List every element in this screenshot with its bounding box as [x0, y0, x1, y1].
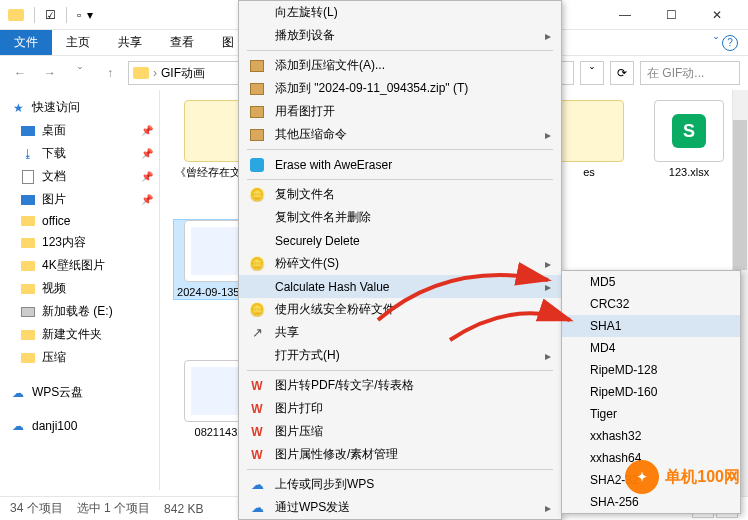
sidebar-item-快速访问[interactable]: ★快速访问	[0, 96, 159, 119]
sidebar-nav: ★快速访问桌面📌⭳下载📌文档📌图片📌office123内容4K壁纸图片视频新加载…	[0, 90, 160, 490]
menu-item-[interactable]: ↗共享	[239, 321, 561, 344]
submenu-item-label: Tiger	[590, 407, 617, 421]
menu-item-SecurelyDelete[interactable]: Securely Delete	[239, 229, 561, 252]
menu-item-L[interactable]: 向左旋转(L)	[239, 1, 561, 24]
search-input[interactable]: 在 GIF动...	[640, 61, 740, 85]
menu-item-ErasewithAweEraser[interactable]: Erase with AweEraser	[239, 153, 561, 176]
menu-item-S[interactable]: 🪙粉碎文件(S)▸	[239, 252, 561, 275]
menu-item-[interactable]: 🪙使用火绒安全粉碎文件▸	[239, 298, 561, 321]
breadcrumb-current[interactable]: GIF动画	[161, 65, 205, 82]
menu-item-label: 图片属性修改/素材管理	[275, 446, 398, 463]
tab-file[interactable]: 文件	[0, 30, 52, 55]
close-button[interactable]: ✕	[694, 0, 740, 30]
context-menu: 向左旋转(L)播放到设备▸添加到压缩文件(A)...添加到 "2024-09-1…	[238, 0, 562, 520]
sidebar-item-123内容[interactable]: 123内容	[0, 231, 159, 254]
submenu-item-RipeMD-160[interactable]: RipeMD-160	[562, 381, 740, 403]
chevron-right-icon: ▸	[545, 501, 551, 515]
sidebar-item-压缩[interactable]: 压缩	[0, 346, 159, 369]
scrollbar-thumb[interactable]	[733, 120, 747, 270]
wps-icon: W	[247, 377, 267, 395]
sidebar-item-4K壁纸图片[interactable]: 4K壁纸图片	[0, 254, 159, 277]
tab-home[interactable]: 主页	[52, 30, 104, 55]
folder2-icon	[20, 328, 36, 342]
menu-item-label: 打开方式(H)	[275, 347, 340, 364]
submenu-item-SHA-256[interactable]: SHA-256	[562, 491, 740, 513]
sidebar-item-桌面[interactable]: 桌面📌	[0, 119, 159, 142]
menu-item-WPS[interactable]: ☁通过WPS发送▸	[239, 496, 561, 519]
save-icon[interactable]: ▫	[77, 8, 81, 22]
menu-item-WPS[interactable]: ☁上传或同步到WPS	[239, 473, 561, 496]
menu-item-label: 用看图打开	[275, 103, 335, 120]
submenu-item-RipeMD-128[interactable]: RipeMD-128	[562, 359, 740, 381]
down-icon: ⭳	[20, 147, 36, 161]
submenu-item-CRC32[interactable]: CRC32	[562, 293, 740, 315]
menu-item-[interactable]: 其他压缩命令▸	[239, 123, 561, 146]
file-item[interactable]: S123.xlsx	[644, 100, 734, 179]
sidebar-item-图片[interactable]: 图片📌	[0, 188, 159, 211]
submenu-item-label: RipeMD-160	[590, 385, 657, 399]
menu-item-label: 图片压缩	[275, 423, 323, 440]
sidebar-item-文档[interactable]: 文档📌	[0, 165, 159, 188]
menu-item-label: Erase with AweEraser	[275, 158, 392, 172]
menu-item-[interactable]: 播放到设备▸	[239, 24, 561, 47]
file-label: 123.xlsx	[669, 166, 709, 179]
pic-icon	[20, 193, 36, 207]
back-button[interactable]: ←	[8, 61, 32, 85]
coin-icon: 🪙	[247, 255, 267, 273]
menu-item-[interactable]: W图片属性修改/素材管理	[239, 443, 561, 466]
tab-share[interactable]: 共享	[104, 30, 156, 55]
menu-item-label: 图片转PDF/转文字/转表格	[275, 377, 414, 394]
forward-button[interactable]: →	[38, 61, 62, 85]
menu-item-[interactable]: 用看图打开	[239, 100, 561, 123]
menu-item-[interactable]: W图片打印	[239, 397, 561, 420]
sidebar-item-wps[interactable]: ☁WPS云盘	[0, 381, 159, 404]
checkbox-icon[interactable]: ☑	[45, 8, 56, 22]
sidebar-item-新加载卷 (E:)[interactable]: 新加载卷 (E:)	[0, 300, 159, 323]
history-dropdown[interactable]: ˇ	[68, 61, 92, 85]
menu-item-label: 复制文件名	[275, 186, 335, 203]
menu-item-[interactable]: W图片压缩	[239, 420, 561, 443]
wps-icon: W	[247, 423, 267, 441]
sidebar-item-label: 快速访问	[32, 99, 80, 116]
sidebar-item-下载[interactable]: ⭳下载📌	[0, 142, 159, 165]
folder2-icon	[20, 259, 36, 273]
menu-item-20240911_094354zipT[interactable]: 添加到 "2024-09-11_094354.zip" (T)	[239, 77, 561, 100]
chevron-right-icon: ▸	[545, 128, 551, 142]
ribbon-collapse-icon[interactable]: ˇ	[714, 36, 718, 50]
submenu-item-SHA1[interactable]: SHA1	[562, 315, 740, 337]
sidebar-item-danji[interactable]: ☁danji100	[0, 416, 159, 436]
menu-item-PDF[interactable]: W图片转PDF/转文字/转表格	[239, 374, 561, 397]
folder2-icon	[20, 236, 36, 250]
blank-icon	[247, 278, 267, 296]
xlsx-icon: S	[654, 100, 724, 162]
erase-icon	[247, 156, 267, 174]
submenu-item-xxhash32[interactable]: xxhash32	[562, 425, 740, 447]
sidebar-item-新建文件夹[interactable]: 新建文件夹	[0, 323, 159, 346]
minimize-button[interactable]: —	[602, 0, 648, 30]
menu-item-H[interactable]: 打开方式(H)▸	[239, 344, 561, 367]
status-selection: 选中 1 个项目	[77, 500, 150, 517]
submenu-item-label: xxhash32	[590, 429, 641, 443]
sidebar-item-office[interactable]: office	[0, 211, 159, 231]
folder-icon	[8, 9, 24, 21]
pin-icon: 📌	[141, 194, 153, 205]
submenu-item-Tiger[interactable]: Tiger	[562, 403, 740, 425]
menu-item-[interactable]: 复制文件名并删除	[239, 206, 561, 229]
star-icon: ★	[10, 101, 26, 115]
sidebar-item-视频[interactable]: 视频	[0, 277, 159, 300]
address-dropdown[interactable]: ˇ	[580, 61, 604, 85]
menu-item-A[interactable]: 添加到压缩文件(A)...	[239, 54, 561, 77]
submenu-item-MD5[interactable]: MD5	[562, 271, 740, 293]
menu-item-CalculateHashValue[interactable]: Calculate Hash Value▸	[239, 275, 561, 298]
chevron-right-icon: ›	[153, 66, 157, 80]
up-button[interactable]: ↑	[98, 61, 122, 85]
maximize-button[interactable]: ☐	[648, 0, 694, 30]
help-icon[interactable]: ?	[722, 35, 738, 51]
submenu-item-label: MD4	[590, 341, 615, 355]
refresh-button[interactable]: ⟳	[610, 61, 634, 85]
bar-icon[interactable]: ▾	[87, 8, 93, 22]
titlebar-quick-icons: ☑ ▫ ▾	[8, 7, 93, 23]
menu-item-[interactable]: 🪙复制文件名	[239, 183, 561, 206]
submenu-item-MD4[interactable]: MD4	[562, 337, 740, 359]
tab-view[interactable]: 查看	[156, 30, 208, 55]
